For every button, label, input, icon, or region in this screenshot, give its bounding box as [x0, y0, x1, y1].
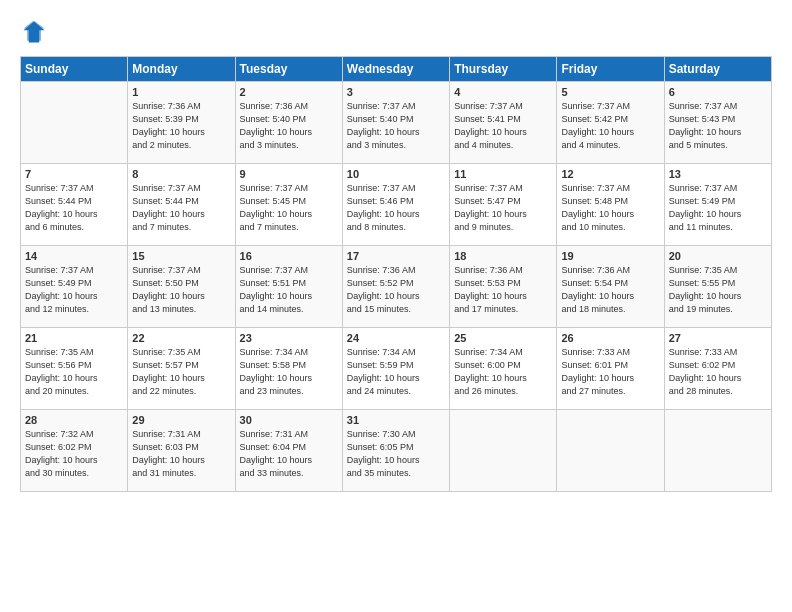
day-info: Sunrise: 7:34 AM Sunset: 6:00 PM Dayligh…: [454, 346, 552, 398]
calendar-cell: 31Sunrise: 7:30 AM Sunset: 6:05 PM Dayli…: [342, 410, 449, 492]
calendar-cell: 3Sunrise: 7:37 AM Sunset: 5:40 PM Daylig…: [342, 82, 449, 164]
day-number: 28: [25, 414, 123, 426]
logo: [20, 18, 50, 46]
calendar-cell: 14Sunrise: 7:37 AM Sunset: 5:49 PM Dayli…: [21, 246, 128, 328]
day-info: Sunrise: 7:30 AM Sunset: 6:05 PM Dayligh…: [347, 428, 445, 480]
day-info: Sunrise: 7:32 AM Sunset: 6:02 PM Dayligh…: [25, 428, 123, 480]
day-number: 4: [454, 86, 552, 98]
calendar-cell: 18Sunrise: 7:36 AM Sunset: 5:53 PM Dayli…: [450, 246, 557, 328]
day-info: Sunrise: 7:37 AM Sunset: 5:51 PM Dayligh…: [240, 264, 338, 316]
calendar-cell: 19Sunrise: 7:36 AM Sunset: 5:54 PM Dayli…: [557, 246, 664, 328]
day-number: 6: [669, 86, 767, 98]
day-info: Sunrise: 7:31 AM Sunset: 6:04 PM Dayligh…: [240, 428, 338, 480]
header-day-wednesday: Wednesday: [342, 57, 449, 82]
day-number: 8: [132, 168, 230, 180]
day-number: 10: [347, 168, 445, 180]
calendar-cell: 20Sunrise: 7:35 AM Sunset: 5:55 PM Dayli…: [664, 246, 771, 328]
day-info: Sunrise: 7:33 AM Sunset: 6:01 PM Dayligh…: [561, 346, 659, 398]
calendar-cell: [557, 410, 664, 492]
week-row-2: 7Sunrise: 7:37 AM Sunset: 5:44 PM Daylig…: [21, 164, 772, 246]
header-day-tuesday: Tuesday: [235, 57, 342, 82]
calendar-cell: 25Sunrise: 7:34 AM Sunset: 6:00 PM Dayli…: [450, 328, 557, 410]
day-info: Sunrise: 7:36 AM Sunset: 5:54 PM Dayligh…: [561, 264, 659, 316]
week-row-1: 1Sunrise: 7:36 AM Sunset: 5:39 PM Daylig…: [21, 82, 772, 164]
day-number: 12: [561, 168, 659, 180]
day-number: 3: [347, 86, 445, 98]
day-info: Sunrise: 7:36 AM Sunset: 5:52 PM Dayligh…: [347, 264, 445, 316]
header-day-saturday: Saturday: [664, 57, 771, 82]
calendar-cell: 1Sunrise: 7:36 AM Sunset: 5:39 PM Daylig…: [128, 82, 235, 164]
header-day-friday: Friday: [557, 57, 664, 82]
header-day-monday: Monday: [128, 57, 235, 82]
calendar-cell: 7Sunrise: 7:37 AM Sunset: 5:44 PM Daylig…: [21, 164, 128, 246]
day-info: Sunrise: 7:34 AM Sunset: 5:58 PM Dayligh…: [240, 346, 338, 398]
day-number: 1: [132, 86, 230, 98]
week-row-4: 21Sunrise: 7:35 AM Sunset: 5:56 PM Dayli…: [21, 328, 772, 410]
calendar-cell: 2Sunrise: 7:36 AM Sunset: 5:40 PM Daylig…: [235, 82, 342, 164]
day-info: Sunrise: 7:37 AM Sunset: 5:41 PM Dayligh…: [454, 100, 552, 152]
header-day-thursday: Thursday: [450, 57, 557, 82]
day-number: 23: [240, 332, 338, 344]
calendar-cell: 28Sunrise: 7:32 AM Sunset: 6:02 PM Dayli…: [21, 410, 128, 492]
day-number: 21: [25, 332, 123, 344]
day-info: Sunrise: 7:37 AM Sunset: 5:40 PM Dayligh…: [347, 100, 445, 152]
calendar-cell: [450, 410, 557, 492]
day-info: Sunrise: 7:37 AM Sunset: 5:49 PM Dayligh…: [25, 264, 123, 316]
calendar-cell: 11Sunrise: 7:37 AM Sunset: 5:47 PM Dayli…: [450, 164, 557, 246]
day-number: 5: [561, 86, 659, 98]
calendar-body: 1Sunrise: 7:36 AM Sunset: 5:39 PM Daylig…: [21, 82, 772, 492]
day-number: 24: [347, 332, 445, 344]
calendar-cell: 29Sunrise: 7:31 AM Sunset: 6:03 PM Dayli…: [128, 410, 235, 492]
day-info: Sunrise: 7:37 AM Sunset: 5:46 PM Dayligh…: [347, 182, 445, 234]
day-number: 9: [240, 168, 338, 180]
calendar-cell: 16Sunrise: 7:37 AM Sunset: 5:51 PM Dayli…: [235, 246, 342, 328]
week-row-5: 28Sunrise: 7:32 AM Sunset: 6:02 PM Dayli…: [21, 410, 772, 492]
calendar-cell: 21Sunrise: 7:35 AM Sunset: 5:56 PM Dayli…: [21, 328, 128, 410]
day-info: Sunrise: 7:37 AM Sunset: 5:44 PM Dayligh…: [132, 182, 230, 234]
day-info: Sunrise: 7:36 AM Sunset: 5:39 PM Dayligh…: [132, 100, 230, 152]
day-number: 14: [25, 250, 123, 262]
calendar-cell: 27Sunrise: 7:33 AM Sunset: 6:02 PM Dayli…: [664, 328, 771, 410]
day-number: 13: [669, 168, 767, 180]
logo-icon: [20, 18, 48, 46]
calendar-cell: 30Sunrise: 7:31 AM Sunset: 6:04 PM Dayli…: [235, 410, 342, 492]
calendar-cell: [21, 82, 128, 164]
day-number: 18: [454, 250, 552, 262]
day-info: Sunrise: 7:36 AM Sunset: 5:53 PM Dayligh…: [454, 264, 552, 316]
calendar-cell: 17Sunrise: 7:36 AM Sunset: 5:52 PM Dayli…: [342, 246, 449, 328]
day-info: Sunrise: 7:31 AM Sunset: 6:03 PM Dayligh…: [132, 428, 230, 480]
header-day-sunday: Sunday: [21, 57, 128, 82]
day-info: Sunrise: 7:35 AM Sunset: 5:57 PM Dayligh…: [132, 346, 230, 398]
day-info: Sunrise: 7:37 AM Sunset: 5:49 PM Dayligh…: [669, 182, 767, 234]
day-number: 7: [25, 168, 123, 180]
day-number: 31: [347, 414, 445, 426]
day-number: 29: [132, 414, 230, 426]
calendar-cell: 22Sunrise: 7:35 AM Sunset: 5:57 PM Dayli…: [128, 328, 235, 410]
day-number: 30: [240, 414, 338, 426]
calendar-cell: 9Sunrise: 7:37 AM Sunset: 5:45 PM Daylig…: [235, 164, 342, 246]
day-number: 25: [454, 332, 552, 344]
day-info: Sunrise: 7:37 AM Sunset: 5:44 PM Dayligh…: [25, 182, 123, 234]
day-number: 22: [132, 332, 230, 344]
calendar-cell: 23Sunrise: 7:34 AM Sunset: 5:58 PM Dayli…: [235, 328, 342, 410]
day-info: Sunrise: 7:37 AM Sunset: 5:48 PM Dayligh…: [561, 182, 659, 234]
day-number: 17: [347, 250, 445, 262]
day-number: 15: [132, 250, 230, 262]
calendar-cell: 8Sunrise: 7:37 AM Sunset: 5:44 PM Daylig…: [128, 164, 235, 246]
calendar-cell: 12Sunrise: 7:37 AM Sunset: 5:48 PM Dayli…: [557, 164, 664, 246]
day-info: Sunrise: 7:37 AM Sunset: 5:43 PM Dayligh…: [669, 100, 767, 152]
calendar-cell: 5Sunrise: 7:37 AM Sunset: 5:42 PM Daylig…: [557, 82, 664, 164]
day-info: Sunrise: 7:37 AM Sunset: 5:45 PM Dayligh…: [240, 182, 338, 234]
page-header: [20, 18, 772, 46]
day-number: 20: [669, 250, 767, 262]
week-row-3: 14Sunrise: 7:37 AM Sunset: 5:49 PM Dayli…: [21, 246, 772, 328]
day-info: Sunrise: 7:36 AM Sunset: 5:40 PM Dayligh…: [240, 100, 338, 152]
calendar-cell: 6Sunrise: 7:37 AM Sunset: 5:43 PM Daylig…: [664, 82, 771, 164]
calendar-cell: 24Sunrise: 7:34 AM Sunset: 5:59 PM Dayli…: [342, 328, 449, 410]
day-number: 19: [561, 250, 659, 262]
calendar-cell: 10Sunrise: 7:37 AM Sunset: 5:46 PM Dayli…: [342, 164, 449, 246]
day-number: 16: [240, 250, 338, 262]
day-number: 27: [669, 332, 767, 344]
day-info: Sunrise: 7:35 AM Sunset: 5:55 PM Dayligh…: [669, 264, 767, 316]
calendar-header: SundayMondayTuesdayWednesdayThursdayFrid…: [21, 57, 772, 82]
